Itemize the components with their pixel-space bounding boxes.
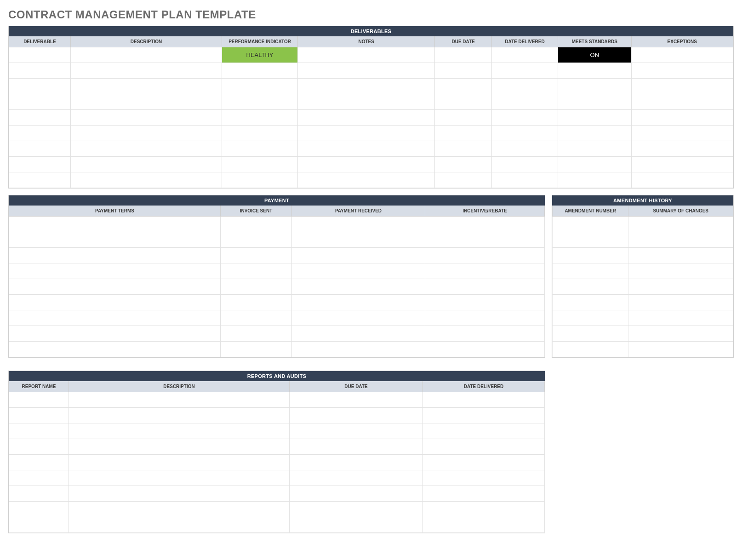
deliverables-cell[interactable] [631,79,733,94]
payment-cell[interactable] [292,326,425,342]
deliverables-cell[interactable] [9,126,71,141]
payment-cell[interactable] [221,248,292,263]
reports-cell[interactable] [423,470,545,486]
payment-cell[interactable] [9,295,221,310]
amendment-cell[interactable] [553,295,628,310]
reports-cell[interactable] [9,517,69,533]
reports-cell[interactable] [69,423,290,439]
deliverables-cell[interactable] [222,63,298,79]
payment-cell[interactable] [425,232,545,248]
amendment-cell[interactable] [553,326,628,342]
payment-cell[interactable] [425,310,545,326]
reports-cell[interactable] [9,455,69,470]
payment-cell[interactable] [425,263,545,279]
deliverables-cell[interactable] [491,79,558,94]
reports-cell[interactable] [290,392,423,408]
deliverables-cell[interactable] [435,126,492,141]
deliverables-cell[interactable] [491,110,558,126]
deliverables-cell[interactable] [297,94,435,110]
reports-cell[interactable] [69,517,290,533]
deliverables-cell[interactable] [297,141,435,157]
reports-cell[interactable] [69,502,290,517]
amendment-cell[interactable] [628,295,733,310]
payment-cell[interactable] [292,217,425,232]
reports-cell[interactable] [69,470,290,486]
payment-cell[interactable] [9,326,221,342]
reports-cell[interactable] [290,408,423,423]
deliverables-cell[interactable] [558,94,632,110]
deliverables-cell[interactable] [631,63,733,79]
amendment-cell[interactable] [628,326,733,342]
deliverables-cell[interactable] [631,94,733,110]
payment-cell[interactable] [292,279,425,295]
deliverables-cell[interactable] [435,63,492,79]
reports-cell[interactable] [423,408,545,423]
deliverables-cell[interactable] [9,110,71,126]
amendment-cell[interactable] [628,217,733,232]
reports-cell[interactable] [9,392,69,408]
reports-cell[interactable] [69,439,290,455]
amendment-cell[interactable] [553,248,628,263]
deliverables-cell[interactable] [631,47,733,63]
deliverables-cell[interactable] [558,126,632,141]
payment-cell[interactable] [9,342,221,357]
amendment-cell[interactable] [553,342,628,357]
deliverables-cell[interactable] [435,110,492,126]
payment-cell[interactable] [221,310,292,326]
deliverables-cell[interactable] [297,63,435,79]
reports-cell[interactable] [69,408,290,423]
payment-cell[interactable] [221,263,292,279]
deliverables-cell[interactable] [558,157,632,172]
deliverables-cell[interactable] [9,141,71,157]
deliverables-cell[interactable] [491,172,558,188]
payment-cell[interactable] [9,310,221,326]
reports-cell[interactable] [290,470,423,486]
payment-cell[interactable] [425,217,545,232]
reports-cell[interactable] [423,502,545,517]
payment-cell[interactable] [292,248,425,263]
reports-cell[interactable] [290,423,423,439]
payment-cell[interactable] [221,295,292,310]
deliverables-cell[interactable] [222,94,298,110]
payment-cell[interactable] [425,248,545,263]
deliverables-cell[interactable] [9,63,71,79]
deliverables-cell[interactable] [435,141,492,157]
deliverables-cell[interactable] [9,157,71,172]
reports-cell[interactable] [423,423,545,439]
deliverables-cell[interactable] [222,172,298,188]
reports-cell[interactable] [9,439,69,455]
deliverables-cell[interactable] [70,63,222,79]
deliverables-cell[interactable] [435,47,492,63]
deliverables-cell[interactable] [435,94,492,110]
reports-cell[interactable] [290,486,423,502]
reports-cell[interactable] [423,517,545,533]
payment-cell[interactable] [292,310,425,326]
payment-cell[interactable] [221,217,292,232]
deliverables-cell[interactable] [9,47,71,63]
payment-cell[interactable] [221,279,292,295]
reports-cell[interactable] [9,423,69,439]
amendment-cell[interactable] [628,263,733,279]
payment-cell[interactable] [221,232,292,248]
payment-cell[interactable] [9,279,221,295]
amendment-cell[interactable] [628,310,733,326]
reports-cell[interactable] [69,455,290,470]
payment-cell[interactable] [9,217,221,232]
deliverables-cell[interactable] [70,141,222,157]
amendment-cell[interactable] [553,310,628,326]
reports-cell[interactable] [9,470,69,486]
deliverables-cell[interactable] [222,126,298,141]
reports-cell[interactable] [423,439,545,455]
deliverables-cell[interactable]: ON [558,47,632,63]
payment-cell[interactable] [292,232,425,248]
deliverables-cell[interactable] [222,157,298,172]
payment-cell[interactable] [9,232,221,248]
deliverables-cell[interactable] [297,110,435,126]
reports-cell[interactable] [9,502,69,517]
reports-cell[interactable] [290,439,423,455]
deliverables-cell[interactable] [491,63,558,79]
deliverables-cell[interactable] [70,126,222,141]
deliverables-cell[interactable] [70,110,222,126]
deliverables-cell[interactable] [558,172,632,188]
payment-cell[interactable] [425,342,545,357]
